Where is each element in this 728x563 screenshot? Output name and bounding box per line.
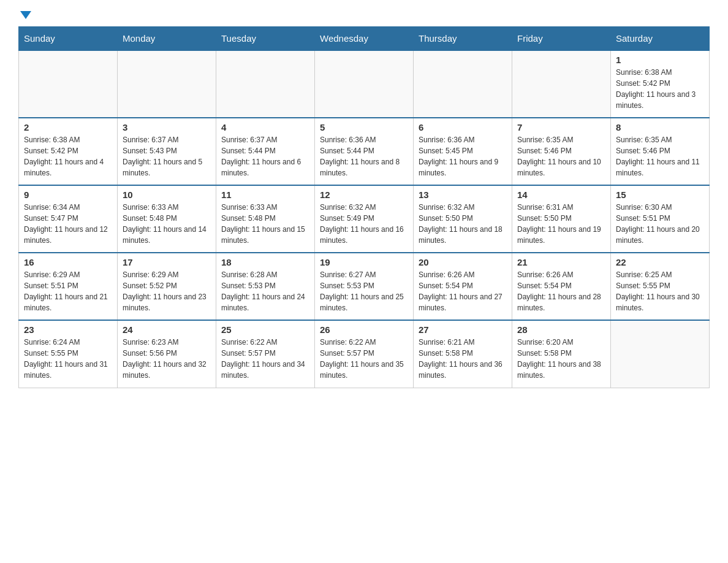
calendar-cell: 12Sunrise: 6:32 AMSunset: 5:49 PMDayligh… — [315, 185, 414, 253]
calendar-week-2: 2Sunrise: 6:38 AMSunset: 5:42 PMDaylight… — [19, 118, 710, 185]
day-number: 17 — [123, 257, 211, 267]
logo-triangle-icon — [20, 11, 31, 19]
calendar-cell: 8Sunrise: 6:35 AMSunset: 5:46 PMDaylight… — [611, 118, 710, 185]
day-info: Sunrise: 6:28 AMSunset: 5:53 PMDaylight:… — [221, 269, 309, 313]
day-info: Sunrise: 6:22 AMSunset: 5:57 PMDaylight:… — [320, 337, 408, 381]
day-info: Sunrise: 6:32 AMSunset: 5:49 PMDaylight:… — [320, 202, 408, 246]
header-tuesday: Tuesday — [216, 27, 315, 51]
calendar-cell — [19, 50, 118, 118]
calendar-cell: 7Sunrise: 6:35 AMSunset: 5:46 PMDaylight… — [512, 118, 611, 185]
day-info: Sunrise: 6:26 AMSunset: 5:54 PMDaylight:… — [419, 269, 507, 313]
day-number: 26 — [320, 324, 408, 335]
calendar-cell: 25Sunrise: 6:22 AMSunset: 5:57 PMDayligh… — [216, 320, 315, 388]
calendar-week-5: 23Sunrise: 6:24 AMSunset: 5:55 PMDayligh… — [19, 320, 710, 388]
day-info: Sunrise: 6:31 AMSunset: 5:50 PMDaylight:… — [517, 202, 605, 246]
calendar-header-row: SundayMondayTuesdayWednesdayThursdayFrid… — [19, 27, 710, 51]
day-info: Sunrise: 6:20 AMSunset: 5:58 PMDaylight:… — [517, 337, 605, 381]
day-number: 11 — [221, 190, 309, 200]
day-number: 25 — [221, 324, 309, 335]
header-wednesday: Wednesday — [315, 27, 414, 51]
calendar-cell: 21Sunrise: 6:26 AMSunset: 5:54 PMDayligh… — [512, 253, 611, 320]
calendar-cell — [216, 50, 315, 118]
day-info: Sunrise: 6:38 AMSunset: 5:42 PMDaylight:… — [24, 134, 112, 178]
calendar-cell: 20Sunrise: 6:26 AMSunset: 5:54 PMDayligh… — [414, 253, 512, 320]
day-number: 5 — [320, 122, 408, 132]
calendar-cell: 22Sunrise: 6:25 AMSunset: 5:55 PMDayligh… — [611, 253, 710, 320]
calendar-cell: 4Sunrise: 6:37 AMSunset: 5:44 PMDaylight… — [216, 118, 315, 185]
day-number: 22 — [616, 257, 704, 267]
calendar-cell — [512, 50, 611, 118]
day-number: 1 — [616, 55, 704, 65]
day-info: Sunrise: 6:34 AMSunset: 5:47 PMDaylight:… — [24, 202, 112, 246]
day-number: 6 — [419, 122, 507, 132]
day-number: 10 — [123, 190, 211, 200]
calendar-cell: 16Sunrise: 6:29 AMSunset: 5:51 PMDayligh… — [19, 253, 118, 320]
calendar-cell: 11Sunrise: 6:33 AMSunset: 5:48 PMDayligh… — [216, 185, 315, 253]
calendar-cell: 10Sunrise: 6:33 AMSunset: 5:48 PMDayligh… — [118, 185, 216, 253]
day-info: Sunrise: 6:30 AMSunset: 5:51 PMDaylight:… — [616, 202, 704, 246]
day-info: Sunrise: 6:32 AMSunset: 5:50 PMDaylight:… — [419, 202, 507, 246]
day-info: Sunrise: 6:26 AMSunset: 5:54 PMDaylight:… — [517, 269, 605, 313]
day-info: Sunrise: 6:36 AMSunset: 5:44 PMDaylight:… — [320, 134, 408, 178]
day-number: 16 — [24, 257, 112, 267]
calendar-cell: 19Sunrise: 6:27 AMSunset: 5:53 PMDayligh… — [315, 253, 414, 320]
day-number: 27 — [419, 324, 507, 335]
calendar-cell: 27Sunrise: 6:21 AMSunset: 5:58 PMDayligh… — [414, 320, 512, 388]
day-number: 3 — [123, 122, 211, 132]
day-number: 14 — [517, 190, 605, 200]
day-number: 24 — [123, 324, 211, 335]
calendar-cell: 9Sunrise: 6:34 AMSunset: 5:47 PMDaylight… — [19, 185, 118, 253]
day-number: 13 — [419, 190, 507, 200]
day-number: 12 — [320, 190, 408, 200]
day-info: Sunrise: 6:35 AMSunset: 5:46 PMDaylight:… — [517, 134, 605, 178]
day-info: Sunrise: 6:25 AMSunset: 5:55 PMDaylight:… — [616, 269, 704, 313]
calendar-cell: 6Sunrise: 6:36 AMSunset: 5:45 PMDaylight… — [414, 118, 512, 185]
calendar-cell: 26Sunrise: 6:22 AMSunset: 5:57 PMDayligh… — [315, 320, 414, 388]
calendar-cell: 14Sunrise: 6:31 AMSunset: 5:50 PMDayligh… — [512, 185, 611, 253]
day-number: 20 — [419, 257, 507, 267]
day-number: 4 — [221, 122, 309, 132]
day-number: 18 — [221, 257, 309, 267]
day-number: 19 — [320, 257, 408, 267]
header-friday: Friday — [512, 27, 611, 51]
calendar-cell: 15Sunrise: 6:30 AMSunset: 5:51 PMDayligh… — [611, 185, 710, 253]
day-info: Sunrise: 6:24 AMSunset: 5:55 PMDaylight:… — [24, 337, 112, 381]
calendar-cell — [315, 50, 414, 118]
day-number: 8 — [616, 122, 704, 132]
header-sunday: Sunday — [19, 27, 118, 51]
day-info: Sunrise: 6:22 AMSunset: 5:57 PMDaylight:… — [221, 337, 309, 381]
day-info: Sunrise: 6:29 AMSunset: 5:52 PMDaylight:… — [123, 269, 211, 313]
calendar-cell: 3Sunrise: 6:37 AMSunset: 5:43 PMDaylight… — [118, 118, 216, 185]
calendar-week-3: 9Sunrise: 6:34 AMSunset: 5:47 PMDaylight… — [19, 185, 710, 253]
day-info: Sunrise: 6:38 AMSunset: 5:42 PMDaylight:… — [616, 67, 704, 111]
calendar-cell — [118, 50, 216, 118]
header-monday: Monday — [118, 27, 216, 51]
day-number: 21 — [517, 257, 605, 267]
day-number: 28 — [517, 324, 605, 335]
calendar-table: SundayMondayTuesdayWednesdayThursdayFrid… — [18, 26, 710, 388]
day-info: Sunrise: 6:37 AMSunset: 5:43 PMDaylight:… — [123, 134, 211, 178]
header-thursday: Thursday — [414, 27, 512, 51]
day-info: Sunrise: 6:23 AMSunset: 5:56 PMDaylight:… — [123, 337, 211, 381]
page-header — [18, 12, 710, 20]
calendar-cell: 24Sunrise: 6:23 AMSunset: 5:56 PMDayligh… — [118, 320, 216, 388]
logo — [18, 12, 31, 20]
day-info: Sunrise: 6:27 AMSunset: 5:53 PMDaylight:… — [320, 269, 408, 313]
calendar-cell: 1Sunrise: 6:38 AMSunset: 5:42 PMDaylight… — [611, 50, 710, 118]
calendar-cell — [414, 50, 512, 118]
day-number: 2 — [24, 122, 112, 132]
calendar-cell: 13Sunrise: 6:32 AMSunset: 5:50 PMDayligh… — [414, 185, 512, 253]
calendar-cell: 28Sunrise: 6:20 AMSunset: 5:58 PMDayligh… — [512, 320, 611, 388]
day-number: 9 — [24, 190, 112, 200]
day-info: Sunrise: 6:29 AMSunset: 5:51 PMDaylight:… — [24, 269, 112, 313]
day-info: Sunrise: 6:35 AMSunset: 5:46 PMDaylight:… — [616, 134, 704, 178]
day-info: Sunrise: 6:37 AMSunset: 5:44 PMDaylight:… — [221, 134, 309, 178]
calendar-week-1: 1Sunrise: 6:38 AMSunset: 5:42 PMDaylight… — [19, 50, 710, 118]
day-number: 7 — [517, 122, 605, 132]
calendar-cell: 18Sunrise: 6:28 AMSunset: 5:53 PMDayligh… — [216, 253, 315, 320]
day-info: Sunrise: 6:33 AMSunset: 5:48 PMDaylight:… — [123, 202, 211, 246]
calendar-cell: 5Sunrise: 6:36 AMSunset: 5:44 PMDaylight… — [315, 118, 414, 185]
calendar-cell — [611, 320, 710, 388]
day-info: Sunrise: 6:36 AMSunset: 5:45 PMDaylight:… — [419, 134, 507, 178]
calendar-week-4: 16Sunrise: 6:29 AMSunset: 5:51 PMDayligh… — [19, 253, 710, 320]
